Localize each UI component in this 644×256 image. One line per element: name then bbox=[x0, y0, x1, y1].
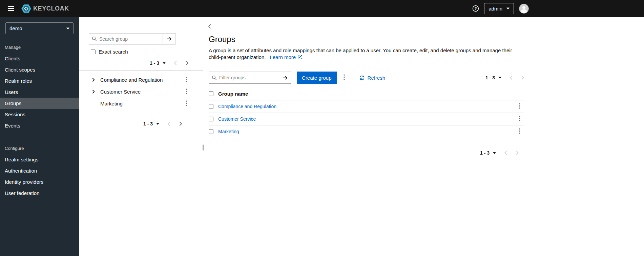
panel-resize-handle[interactable] bbox=[203, 144, 204, 151]
caret-down-icon bbox=[498, 77, 501, 79]
page-header: Groups A group is a set of attributes an… bbox=[209, 35, 644, 61]
table-row: Marketing bbox=[209, 125, 524, 138]
sidebar-item-sessions[interactable]: Sessions bbox=[0, 109, 79, 120]
create-group-button[interactable]: Create group bbox=[297, 72, 337, 84]
kebab-menu-button[interactable] bbox=[185, 100, 188, 107]
angle-left-icon bbox=[208, 24, 211, 29]
filter-submit-button[interactable] bbox=[279, 72, 291, 84]
app-window: KEYCLOAK ? admin bbox=[0, 0, 644, 256]
toolbar-kebab-button[interactable] bbox=[342, 74, 346, 81]
kebab-menu-button[interactable] bbox=[185, 88, 188, 95]
kebab-icon bbox=[519, 128, 520, 134]
hamburger-icon bbox=[8, 8, 14, 9]
sidebar-item-identity-providers[interactable]: Identity providers bbox=[0, 176, 79, 188]
tree-item[interactable]: Marketing bbox=[79, 98, 203, 110]
table-pagination-top: 1 - 3 bbox=[485, 75, 524, 80]
next-page-button[interactable] bbox=[179, 121, 182, 126]
next-page-button[interactable] bbox=[186, 61, 189, 65]
pagination-options-toggle[interactable]: 1 - 3 bbox=[485, 75, 501, 80]
sidebar-item-authentication[interactable]: Authentication bbox=[0, 165, 79, 176]
tree-pagination-top: 1 - 3 bbox=[79, 60, 203, 66]
kebab-icon bbox=[519, 116, 520, 121]
realm-selector[interactable]: demo bbox=[5, 22, 74, 34]
groups-tree-panel: Exact search 1 - 3 bbox=[79, 17, 203, 256]
masthead-right: ? admin bbox=[472, 3, 529, 14]
kebab-menu-button[interactable] bbox=[185, 77, 188, 83]
exact-search-checkbox[interactable] bbox=[91, 50, 96, 54]
sidebar: demo Manage Clients Client scopes Realm … bbox=[0, 17, 79, 256]
prev-page-button[interactable] bbox=[510, 75, 513, 80]
sidebar-item-client-scopes[interactable]: Client scopes bbox=[0, 64, 79, 75]
user-menu-button[interactable]: admin bbox=[484, 3, 514, 14]
sidebar-item-realm-settings[interactable]: Realm settings bbox=[0, 154, 79, 165]
sidebar-item-users[interactable]: Users bbox=[0, 86, 79, 98]
sidebar-item-realm-roles[interactable]: Realm roles bbox=[0, 75, 79, 86]
sidebar-item-user-federation[interactable]: User federation bbox=[0, 188, 79, 199]
tree-search-group bbox=[89, 33, 203, 44]
row-checkbox[interactable] bbox=[209, 104, 213, 109]
table-pagination-bottom: 1 - 3 bbox=[209, 150, 524, 156]
nav-section-configure: Configure bbox=[0, 141, 79, 154]
page-description: A group is a set of attributes and role … bbox=[209, 47, 515, 61]
kebab-menu-button[interactable] bbox=[518, 103, 522, 110]
nav-toggle-button[interactable] bbox=[5, 3, 18, 14]
kebab-menu-button[interactable] bbox=[518, 116, 522, 122]
tree-item[interactable]: Compliance and Regulation bbox=[79, 74, 203, 86]
page-body: demo Manage Clients Client scopes Realm … bbox=[0, 17, 644, 256]
chevron-right-icon bbox=[516, 151, 519, 155]
caret-down-icon bbox=[493, 152, 496, 154]
sidebar-item-clients[interactable]: Clients bbox=[0, 53, 79, 64]
next-page-button[interactable] bbox=[516, 151, 519, 155]
select-all-checkbox[interactable] bbox=[209, 91, 213, 96]
chevron-right-icon bbox=[179, 121, 182, 126]
table-row: Compliance and Regulation bbox=[209, 100, 524, 113]
svg-text:?: ? bbox=[475, 6, 477, 11]
chevron-left-icon bbox=[504, 151, 507, 155]
pagination-options-toggle[interactable]: 1 - 3 bbox=[143, 121, 159, 126]
caret-down-icon bbox=[66, 27, 69, 29]
refresh-icon bbox=[359, 75, 365, 80]
group-link[interactable]: Marketing bbox=[218, 129, 239, 134]
angle-right-icon bbox=[92, 90, 95, 94]
sidebar-item-events[interactable]: Events bbox=[0, 120, 79, 131]
tree-search-submit-button[interactable] bbox=[163, 33, 176, 44]
sidebar-item-groups[interactable]: Groups bbox=[0, 98, 79, 109]
pagination-range: 1 - 3 bbox=[150, 60, 159, 66]
arrow-right-icon bbox=[167, 37, 172, 41]
learn-more-link[interactable]: Learn more bbox=[270, 54, 302, 60]
external-link-icon bbox=[298, 55, 302, 60]
pagination-options-toggle[interactable]: 1 - 3 bbox=[150, 60, 166, 66]
kebab-menu-button[interactable] bbox=[518, 128, 522, 135]
avatar-button[interactable] bbox=[519, 4, 529, 14]
refresh-button[interactable]: Refresh bbox=[359, 75, 386, 81]
tree-search-input[interactable] bbox=[89, 33, 163, 44]
prev-page-button[interactable] bbox=[504, 151, 507, 155]
groups-table: Group name Compliance and Regulation Cus… bbox=[209, 87, 524, 138]
keycloak-logo-icon bbox=[21, 3, 32, 14]
main-content: Groups A group is a set of attributes an… bbox=[203, 17, 644, 256]
filter-groups-input[interactable] bbox=[209, 72, 279, 84]
next-page-button[interactable] bbox=[521, 75, 524, 80]
help-icon: ? bbox=[472, 5, 479, 12]
expand-toggle-button[interactable] bbox=[92, 90, 96, 94]
pagination-range: 1 - 3 bbox=[480, 150, 490, 156]
row-checkbox[interactable] bbox=[209, 129, 213, 134]
group-link[interactable]: Customer Service bbox=[218, 116, 256, 122]
kebab-icon bbox=[186, 100, 187, 106]
caret-down-icon bbox=[156, 123, 159, 125]
pagination-options-toggle[interactable]: 1 - 3 bbox=[480, 150, 496, 156]
row-checkbox[interactable] bbox=[209, 117, 213, 121]
prev-page-button[interactable] bbox=[174, 61, 177, 65]
expand-toggle-button[interactable] bbox=[92, 78, 96, 82]
nav-section-manage: Manage bbox=[0, 40, 79, 53]
group-link[interactable]: Compliance and Regulation bbox=[218, 104, 276, 109]
kebab-icon bbox=[344, 74, 345, 80]
collapse-drawer-button[interactable] bbox=[207, 24, 212, 30]
tree-item[interactable]: Customer Service bbox=[79, 86, 203, 98]
exact-search-control: Exact search bbox=[91, 49, 203, 55]
prev-page-button[interactable] bbox=[167, 121, 170, 126]
kebab-icon bbox=[186, 88, 187, 94]
groups-toolbar: Create group Refresh 1 - 3 bbox=[209, 72, 524, 84]
help-button[interactable]: ? bbox=[472, 5, 479, 12]
table-row: Customer Service bbox=[209, 113, 524, 125]
